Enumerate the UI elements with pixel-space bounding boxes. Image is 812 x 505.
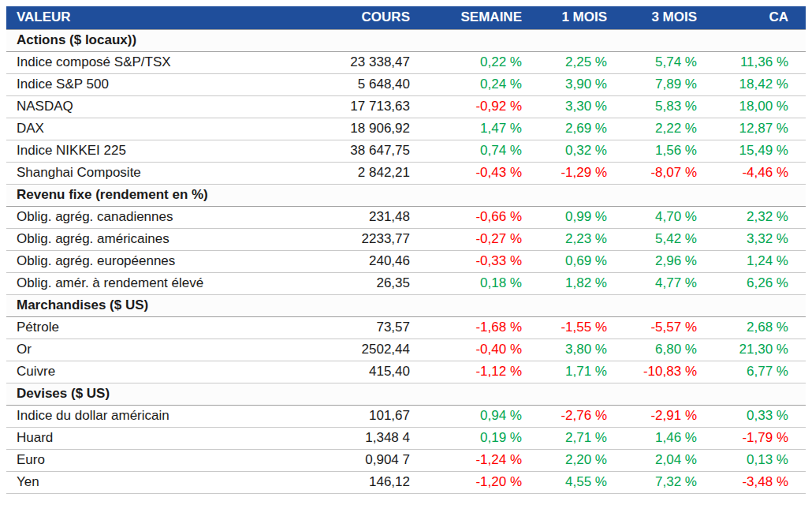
ca-pct-value: 11,36 % bbox=[711, 51, 806, 73]
table-row: Oblig. agrég. américaines2233,77-0,27 %2… bbox=[6, 228, 806, 250]
cours-value: 2 842,21 bbox=[333, 162, 423, 184]
table-row: Shanghai Composite2 842,21-0,43 %-1,29 %… bbox=[6, 162, 806, 184]
3-mois-pct-value: -8,07 % bbox=[620, 162, 711, 184]
table-row: Indice S&P 5005 648,400,24 %3,90 %7,89 %… bbox=[6, 73, 806, 95]
row-label: NASDAQ bbox=[6, 95, 333, 118]
table-row: Oblig. amér. à rendement élevé26,350,18 … bbox=[6, 272, 806, 294]
1-mois-pct-value: 0,69 % bbox=[538, 250, 620, 272]
column-header-valeur: VALEUR bbox=[6, 6, 333, 29]
row-label: Indice du dollar américain bbox=[6, 405, 333, 427]
cours-value: 0,904 7 bbox=[333, 449, 423, 471]
table-row: Huard1,348 40,19 %2,71 %1,46 %-1,79 % bbox=[6, 427, 806, 449]
table-row: Oblig. agrég. canadiennes231,48-0,66 %0,… bbox=[6, 206, 806, 228]
section-header-row: Revenu fixe (rendement en %) bbox=[6, 184, 806, 206]
table-row: Indice du dollar américain101,670,94 %-2… bbox=[6, 405, 806, 427]
semaine-pct-value: -1,12 % bbox=[423, 361, 538, 383]
ca-pct-value: 1,24 % bbox=[711, 250, 806, 272]
row-label: Indice S&P 500 bbox=[6, 73, 333, 95]
3-mois-pct-value: 1,46 % bbox=[620, 427, 711, 449]
3-mois-pct-value: 4,70 % bbox=[620, 206, 711, 228]
row-label: Yen bbox=[6, 471, 333, 493]
ca-pct-value: 18,42 % bbox=[711, 73, 806, 95]
3-mois-pct-value: 7,89 % bbox=[620, 73, 711, 95]
table-row: Yen146,12-1,20 %4,55 %7,32 %-3,48 % bbox=[6, 471, 806, 493]
cours-value: 18 906,92 bbox=[333, 118, 423, 140]
column-header-1-mois: 1 MOIS bbox=[538, 6, 620, 29]
table-row: NASDAQ17 713,63-0,92 %3,30 %5,83 %18,00 … bbox=[6, 95, 806, 118]
1-mois-pct-value: 2,25 % bbox=[538, 51, 620, 73]
cours-value: 17 713,63 bbox=[333, 95, 423, 118]
semaine-pct-value: 0,18 % bbox=[423, 272, 538, 294]
3-mois-pct-value: 2,96 % bbox=[620, 250, 711, 272]
ca-pct-value: 6,77 % bbox=[711, 361, 806, 383]
row-label: Euro bbox=[6, 449, 333, 471]
ca-pct-value: -3,48 % bbox=[711, 471, 806, 493]
row-label: Oblig. agrég. américaines bbox=[6, 228, 333, 250]
cours-value: 415,40 bbox=[333, 361, 423, 383]
cours-value: 2502,44 bbox=[333, 339, 423, 361]
table-row: Indice composé S&P/TSX23 338,470,22 %2,2… bbox=[6, 51, 806, 73]
1-mois-pct-value: 2,69 % bbox=[538, 118, 620, 140]
cours-value: 231,48 bbox=[333, 206, 423, 228]
1-mois-pct-value: 3,80 % bbox=[538, 339, 620, 361]
1-mois-pct-value: 4,55 % bbox=[538, 471, 620, 493]
1-mois-pct-value: 2,23 % bbox=[538, 228, 620, 250]
row-label: Indice NIKKEI 225 bbox=[6, 140, 333, 162]
3-mois-pct-value: -10,83 % bbox=[620, 361, 711, 383]
semaine-pct-value: -0,33 % bbox=[423, 250, 538, 272]
table-row: DAX18 906,921,47 %2,69 %2,22 %12,87 % bbox=[6, 118, 806, 140]
3-mois-pct-value: -2,91 % bbox=[620, 405, 711, 427]
column-header-ca: CA bbox=[711, 6, 806, 29]
row-label: Huard bbox=[6, 427, 333, 449]
semaine-pct-value: 0,94 % bbox=[423, 405, 538, 427]
3-mois-pct-value: 7,32 % bbox=[620, 471, 711, 493]
section-title: Actions ($ locaux)) bbox=[6, 29, 806, 51]
semaine-pct-value: 0,24 % bbox=[423, 73, 538, 95]
1-mois-pct-value: 1,82 % bbox=[538, 272, 620, 294]
semaine-pct-value: 1,47 % bbox=[423, 118, 538, 140]
1-mois-pct-value: -1,55 % bbox=[538, 316, 620, 339]
column-header-cours: COURS bbox=[333, 6, 423, 29]
ca-pct-value: 2,32 % bbox=[711, 206, 806, 228]
section-title: Revenu fixe (rendement en %) bbox=[6, 184, 806, 206]
row-label: Cuivre bbox=[6, 361, 333, 383]
1-mois-pct-value: -2,76 % bbox=[538, 405, 620, 427]
ca-pct-value: 15,49 % bbox=[711, 140, 806, 162]
row-label: Oblig. amér. à rendement élevé bbox=[6, 272, 333, 294]
row-label: Pétrole bbox=[6, 316, 333, 339]
3-mois-pct-value: 2,04 % bbox=[620, 449, 711, 471]
1-mois-pct-value: 0,99 % bbox=[538, 206, 620, 228]
semaine-pct-value: -1,24 % bbox=[423, 449, 538, 471]
ca-pct-value: 2,68 % bbox=[711, 316, 806, 339]
row-label: DAX bbox=[6, 118, 333, 140]
3-mois-pct-value: 1,56 % bbox=[620, 140, 711, 162]
row-label: Shanghai Composite bbox=[6, 162, 333, 184]
row-label: Oblig. agrég. canadiennes bbox=[6, 206, 333, 228]
table-row: Pétrole73,57-1,68 %-1,55 %-5,57 %2,68 % bbox=[6, 316, 806, 339]
semaine-pct-value: -0,27 % bbox=[423, 228, 538, 250]
column-header-3-mois: 3 MOIS bbox=[620, 6, 711, 29]
section-header-row: Devises ($ US) bbox=[6, 383, 806, 405]
semaine-pct-value: -0,66 % bbox=[423, 206, 538, 228]
ca-pct-value: -1,79 % bbox=[711, 427, 806, 449]
ca-pct-value: 12,87 % bbox=[711, 118, 806, 140]
ca-pct-value: 18,00 % bbox=[711, 95, 806, 118]
section-title: Marchandises ($ US) bbox=[6, 294, 806, 316]
cours-value: 1,348 4 bbox=[333, 427, 423, 449]
3-mois-pct-value: 5,83 % bbox=[620, 95, 711, 118]
semaine-pct-value: -1,20 % bbox=[423, 471, 538, 493]
3-mois-pct-value: 4,77 % bbox=[620, 272, 711, 294]
cours-value: 38 647,75 bbox=[333, 140, 423, 162]
table-row: Or2502,44-0,40 %3,80 %6,80 %21,30 % bbox=[6, 339, 806, 361]
cours-value: 23 338,47 bbox=[333, 51, 423, 73]
1-mois-pct-value: 1,71 % bbox=[538, 361, 620, 383]
table-row: Euro0,904 7-1,24 %2,20 %2,04 %0,13 % bbox=[6, 449, 806, 471]
market-summary-table: VALEUR COURS SEMAINE 1 MOIS 3 MOIS CA Ac… bbox=[6, 6, 806, 494]
section-header-row: Actions ($ locaux)) bbox=[6, 29, 806, 51]
1-mois-pct-value: 0,32 % bbox=[538, 140, 620, 162]
table-body: Actions ($ locaux))Indice composé S&P/TS… bbox=[6, 29, 806, 493]
cours-value: 240,46 bbox=[333, 250, 423, 272]
cours-value: 73,57 bbox=[333, 316, 423, 339]
ca-pct-value: 6,26 % bbox=[711, 272, 806, 294]
3-mois-pct-value: 5,74 % bbox=[620, 51, 711, 73]
